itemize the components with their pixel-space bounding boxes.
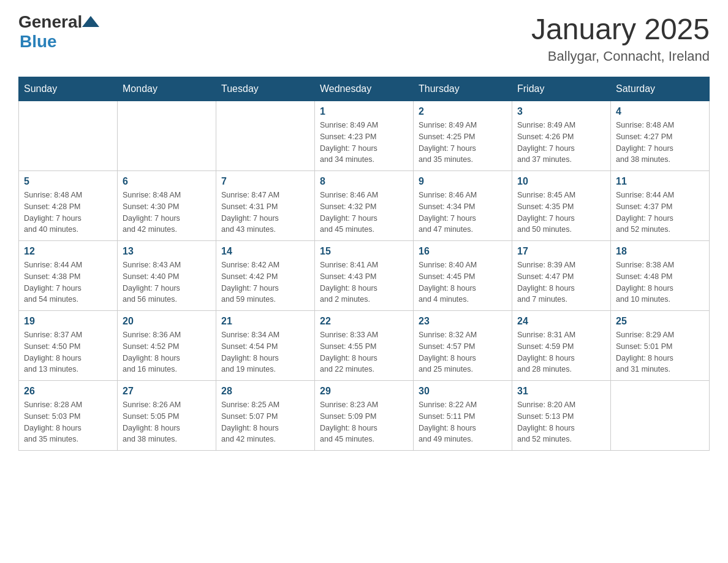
day-number: 5 xyxy=(24,176,112,187)
calendar-cell: 30Sunrise: 8:22 AM Sunset: 5:11 PM Dayli… xyxy=(414,381,512,451)
logo-triangle-icon xyxy=(82,13,99,31)
header-cell-thursday: Thursday xyxy=(414,77,512,101)
day-number: 20 xyxy=(123,316,211,327)
calendar-cell: 15Sunrise: 8:41 AM Sunset: 4:43 PM Dayli… xyxy=(315,241,414,311)
calendar-week-row: 26Sunrise: 8:28 AM Sunset: 5:03 PM Dayli… xyxy=(19,381,710,451)
calendar-cell: 16Sunrise: 8:40 AM Sunset: 4:45 PM Dayli… xyxy=(414,241,512,311)
day-number: 3 xyxy=(517,106,605,117)
day-info: Sunrise: 8:44 AM Sunset: 4:37 PM Dayligh… xyxy=(616,190,704,236)
day-number: 23 xyxy=(419,316,507,327)
day-info: Sunrise: 8:48 AM Sunset: 4:30 PM Dayligh… xyxy=(123,190,211,236)
calendar-cell: 10Sunrise: 8:45 AM Sunset: 4:35 PM Dayli… xyxy=(512,171,611,241)
calendar-cell: 21Sunrise: 8:34 AM Sunset: 4:54 PM Dayli… xyxy=(216,311,315,381)
calendar-cell xyxy=(19,101,118,171)
day-number: 26 xyxy=(24,386,112,397)
day-info: Sunrise: 8:31 AM Sunset: 4:59 PM Dayligh… xyxy=(517,329,605,375)
calendar-cell: 23Sunrise: 8:32 AM Sunset: 4:57 PM Dayli… xyxy=(414,311,512,381)
day-info: Sunrise: 8:26 AM Sunset: 5:05 PM Dayligh… xyxy=(123,399,211,445)
day-info: Sunrise: 8:22 AM Sunset: 5:11 PM Dayligh… xyxy=(419,399,507,445)
day-number: 21 xyxy=(221,316,309,327)
day-info: Sunrise: 8:46 AM Sunset: 4:34 PM Dayligh… xyxy=(419,190,507,236)
day-info: Sunrise: 8:43 AM Sunset: 4:40 PM Dayligh… xyxy=(123,259,211,305)
day-info: Sunrise: 8:29 AM Sunset: 5:01 PM Dayligh… xyxy=(616,329,704,375)
day-number: 6 xyxy=(123,176,211,187)
day-info: Sunrise: 8:34 AM Sunset: 4:54 PM Dayligh… xyxy=(221,329,309,375)
calendar-header-row: SundayMondayTuesdayWednesdayThursdayFrid… xyxy=(19,77,710,101)
calendar-week-row: 1Sunrise: 8:49 AM Sunset: 4:23 PM Daylig… xyxy=(19,101,710,171)
day-info: Sunrise: 8:20 AM Sunset: 5:13 PM Dayligh… xyxy=(517,399,605,445)
day-info: Sunrise: 8:33 AM Sunset: 4:55 PM Dayligh… xyxy=(320,329,408,375)
header-cell-monday: Monday xyxy=(118,77,216,101)
day-info: Sunrise: 8:42 AM Sunset: 4:42 PM Dayligh… xyxy=(221,259,309,305)
day-number: 14 xyxy=(221,246,309,257)
calendar-cell: 22Sunrise: 8:33 AM Sunset: 4:55 PM Dayli… xyxy=(315,311,414,381)
day-info: Sunrise: 8:23 AM Sunset: 5:09 PM Dayligh… xyxy=(320,399,408,445)
day-number: 31 xyxy=(517,386,605,397)
day-info: Sunrise: 8:44 AM Sunset: 4:38 PM Dayligh… xyxy=(24,259,112,305)
calendar-cell xyxy=(118,101,216,171)
header-cell-wednesday: Wednesday xyxy=(315,77,414,101)
calendar-cell: 29Sunrise: 8:23 AM Sunset: 5:09 PM Dayli… xyxy=(315,381,414,451)
calendar-cell: 9Sunrise: 8:46 AM Sunset: 4:34 PM Daylig… xyxy=(414,171,512,241)
header-cell-friday: Friday xyxy=(512,77,611,101)
day-info: Sunrise: 8:47 AM Sunset: 4:31 PM Dayligh… xyxy=(221,190,309,236)
calendar-cell: 25Sunrise: 8:29 AM Sunset: 5:01 PM Dayli… xyxy=(611,311,710,381)
calendar-cell: 8Sunrise: 8:46 AM Sunset: 4:32 PM Daylig… xyxy=(315,171,414,241)
calendar-table: SundayMondayTuesdayWednesdayThursdayFrid… xyxy=(18,77,710,451)
day-number: 8 xyxy=(320,176,408,187)
day-number: 7 xyxy=(221,176,309,187)
calendar-cell: 12Sunrise: 8:44 AM Sunset: 4:38 PM Dayli… xyxy=(19,241,118,311)
day-number: 10 xyxy=(517,176,605,187)
calendar-cell: 24Sunrise: 8:31 AM Sunset: 4:59 PM Dayli… xyxy=(512,311,611,381)
calendar-subtitle: Ballygar, Connacht, Ireland xyxy=(531,48,710,64)
day-info: Sunrise: 8:32 AM Sunset: 4:57 PM Dayligh… xyxy=(419,329,507,375)
logo-blue-text: Blue xyxy=(20,32,57,52)
day-info: Sunrise: 8:49 AM Sunset: 4:25 PM Dayligh… xyxy=(419,120,507,166)
header-cell-sunday: Sunday xyxy=(19,77,118,101)
day-info: Sunrise: 8:37 AM Sunset: 4:50 PM Dayligh… xyxy=(24,329,112,375)
header-cell-tuesday: Tuesday xyxy=(216,77,315,101)
day-info: Sunrise: 8:45 AM Sunset: 4:35 PM Dayligh… xyxy=(517,190,605,236)
calendar-cell: 27Sunrise: 8:26 AM Sunset: 5:05 PM Dayli… xyxy=(118,381,216,451)
svg-marker-0 xyxy=(82,16,99,27)
day-info: Sunrise: 8:49 AM Sunset: 4:26 PM Dayligh… xyxy=(517,120,605,166)
day-info: Sunrise: 8:28 AM Sunset: 5:03 PM Dayligh… xyxy=(24,399,112,445)
calendar-cell: 6Sunrise: 8:48 AM Sunset: 4:30 PM Daylig… xyxy=(118,171,216,241)
day-number: 25 xyxy=(616,316,704,327)
day-number: 15 xyxy=(320,246,408,257)
day-number: 12 xyxy=(24,246,112,257)
calendar-cell: 13Sunrise: 8:43 AM Sunset: 4:40 PM Dayli… xyxy=(118,241,216,311)
day-number: 11 xyxy=(616,176,704,187)
calendar-cell: 14Sunrise: 8:42 AM Sunset: 4:42 PM Dayli… xyxy=(216,241,315,311)
day-info: Sunrise: 8:36 AM Sunset: 4:52 PM Dayligh… xyxy=(123,329,211,375)
calendar-cell: 31Sunrise: 8:20 AM Sunset: 5:13 PM Dayli… xyxy=(512,381,611,451)
day-info: Sunrise: 8:46 AM Sunset: 4:32 PM Dayligh… xyxy=(320,190,408,236)
day-info: Sunrise: 8:38 AM Sunset: 4:48 PM Dayligh… xyxy=(616,259,704,305)
calendar-cell: 17Sunrise: 8:39 AM Sunset: 4:47 PM Dayli… xyxy=(512,241,611,311)
calendar-cell: 20Sunrise: 8:36 AM Sunset: 4:52 PM Dayli… xyxy=(118,311,216,381)
day-number: 24 xyxy=(517,316,605,327)
day-number: 29 xyxy=(320,386,408,397)
calendar-week-row: 5Sunrise: 8:48 AM Sunset: 4:28 PM Daylig… xyxy=(19,171,710,241)
calendar-cell xyxy=(611,381,710,451)
calendar-cell: 18Sunrise: 8:38 AM Sunset: 4:48 PM Dayli… xyxy=(611,241,710,311)
day-number: 18 xyxy=(616,246,704,257)
calendar-cell: 3Sunrise: 8:49 AM Sunset: 4:26 PM Daylig… xyxy=(512,101,611,171)
calendar-cell: 28Sunrise: 8:25 AM Sunset: 5:07 PM Dayli… xyxy=(216,381,315,451)
day-info: Sunrise: 8:40 AM Sunset: 4:45 PM Dayligh… xyxy=(419,259,507,305)
day-number: 22 xyxy=(320,316,408,327)
calendar-title: January 2025 xyxy=(531,12,710,46)
day-info: Sunrise: 8:48 AM Sunset: 4:28 PM Dayligh… xyxy=(24,190,112,236)
day-info: Sunrise: 8:48 AM Sunset: 4:27 PM Dayligh… xyxy=(616,120,704,166)
day-number: 19 xyxy=(24,316,112,327)
calendar-cell: 4Sunrise: 8:48 AM Sunset: 4:27 PM Daylig… xyxy=(611,101,710,171)
calendar-cell: 11Sunrise: 8:44 AM Sunset: 4:37 PM Dayli… xyxy=(611,171,710,241)
calendar-week-row: 19Sunrise: 8:37 AM Sunset: 4:50 PM Dayli… xyxy=(19,311,710,381)
calendar-cell: 5Sunrise: 8:48 AM Sunset: 4:28 PM Daylig… xyxy=(19,171,118,241)
header-cell-saturday: Saturday xyxy=(611,77,710,101)
calendar-cell: 1Sunrise: 8:49 AM Sunset: 4:23 PM Daylig… xyxy=(315,101,414,171)
logo: General Blue xyxy=(18,12,99,52)
calendar-cell: 2Sunrise: 8:49 AM Sunset: 4:25 PM Daylig… xyxy=(414,101,512,171)
day-number: 16 xyxy=(419,246,507,257)
title-section: January 2025 Ballygar, Connacht, Ireland xyxy=(531,12,710,64)
